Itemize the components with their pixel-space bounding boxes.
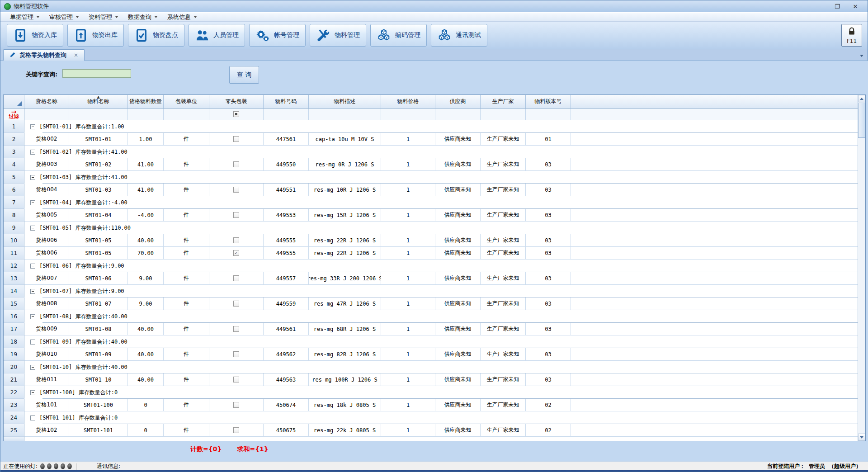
group-row[interactable]: 16[SMT01-08] 库存数量合计:40.00 (4, 310, 858, 323)
scrollbar-thumb[interactable] (858, 103, 865, 138)
filter-cell-qty[interactable] (128, 109, 164, 120)
cell-rack[interactable]: 货格102 (24, 424, 69, 437)
collapse-group-icon[interactable] (30, 365, 35, 370)
cell-rack[interactable]: 货格010 (24, 348, 69, 361)
column-header-qty[interactable]: 货格物料数量 (128, 95, 164, 108)
cell-material[interactable]: SMT01-04 (69, 209, 128, 222)
table-row[interactable]: 10货格006SMT01-0540.00件449555res-mg 22R J … (4, 234, 858, 247)
row-number[interactable]: 13 (4, 272, 24, 285)
cell-unit[interactable]: 件 (164, 373, 209, 386)
cell-unit[interactable]: 件 (164, 184, 209, 196)
cell-price[interactable]: 1 (381, 272, 435, 285)
cell-price[interactable]: 1 (381, 184, 435, 196)
cell-frac[interactable] (209, 184, 264, 196)
cell-unit[interactable]: 件 (164, 158, 209, 171)
collapse-group-icon[interactable] (30, 415, 35, 420)
cell-supplier[interactable]: 供应商未知 (435, 133, 481, 146)
cell-price[interactable]: 1 (381, 399, 435, 411)
group-row[interactable]: 20[SMT01-10] 库存数量合计:40.00 (4, 361, 858, 373)
toolbar-button-account-mgmt[interactable]: 帐号管理 (249, 24, 306, 47)
cell-maker[interactable]: 生产厂家未知 (481, 133, 526, 146)
cell-frac[interactable] (209, 373, 264, 386)
minimize-button[interactable]: — (815, 3, 823, 10)
fraction-package-checkbox[interactable] (233, 136, 239, 142)
cell-code[interactable]: 449553 (264, 209, 309, 222)
cell-price[interactable]: 1 (381, 234, 435, 247)
column-header-rack[interactable]: 货格名称 (24, 95, 69, 108)
cell-frac[interactable] (209, 158, 264, 171)
cell-qty[interactable]: 40.00 (128, 348, 164, 361)
cell-frac[interactable] (209, 234, 264, 247)
toolbar-button-stock-out[interactable]: 物资出库 (67, 24, 124, 47)
cell-version[interactable]: 03 (526, 348, 571, 361)
cell-supplier[interactable]: 供应商未知 (435, 424, 481, 437)
cell-code[interactable]: 450674 (264, 399, 309, 411)
cell-version[interactable]: 03 (526, 184, 571, 196)
cell-supplier[interactable]: 供应商未知 (435, 209, 481, 222)
cell-frac[interactable] (209, 133, 264, 146)
cell-unit[interactable]: 件 (164, 297, 209, 310)
cell-unit[interactable]: 件 (164, 247, 209, 260)
cell-supplier[interactable]: 供应商未知 (435, 272, 481, 285)
column-header-version[interactable]: 物料版本号 (526, 95, 571, 108)
menu-item-audit-mgmt[interactable]: 审核管理 (44, 12, 84, 22)
row-number[interactable]: 10 (4, 234, 24, 247)
cell-qty[interactable]: 41.00 (128, 184, 164, 196)
row-number[interactable]: 18 (4, 335, 24, 348)
cell-supplier[interactable]: 供应商未知 (435, 184, 481, 196)
fraction-package-checkbox[interactable] (233, 427, 239, 433)
menu-item-sys-info[interactable]: 系统信息 (162, 12, 202, 22)
filter-row-header[interactable]: → 过滤 (4, 109, 24, 120)
cell-rack[interactable]: 货格006 (24, 247, 69, 260)
filter-cell-code[interactable] (264, 109, 309, 120)
table-row[interactable]: 11货格006SMT01-0570.00件449555res-mg 22R J … (4, 247, 858, 260)
row-number[interactable]: 24 (4, 411, 24, 424)
filter-cell-frac[interactable] (209, 109, 264, 120)
column-header-material[interactable]: 物料名称▲ (69, 95, 128, 108)
collapse-group-icon[interactable] (30, 150, 35, 155)
cell-rack[interactable]: 货格011 (24, 373, 69, 386)
fraction-filter-checkbox[interactable] (233, 111, 239, 117)
cell-rack[interactable]: 货格003 (24, 158, 69, 171)
row-number[interactable]: 2 (4, 133, 24, 146)
cell-desc[interactable]: res-mg 18k J 0805 S (309, 399, 381, 411)
row-number[interactable]: 12 (4, 260, 24, 272)
cell-supplier[interactable]: 供应商未知 (435, 399, 481, 411)
cell-price[interactable]: 1 (381, 133, 435, 146)
cell-frac[interactable] (209, 399, 264, 411)
cell-qty[interactable]: 41.00 (128, 158, 164, 171)
cell-supplier[interactable]: 供应商未知 (435, 158, 481, 171)
fraction-package-checkbox[interactable] (233, 212, 239, 218)
cell-version[interactable]: 03 (526, 272, 571, 285)
toolbar-button-coding-mgmt[interactable]: 编码管理 (370, 24, 427, 47)
cell-desc[interactable]: res-mg 0R J 1206 S (309, 158, 381, 171)
menu-item-doc-mgmt[interactable]: 单据管理 (5, 12, 44, 22)
cell-code[interactable]: 450675 (264, 424, 309, 437)
filter-cell-unit[interactable] (164, 109, 209, 120)
cell-qty[interactable]: 40.00 (128, 373, 164, 386)
row-number[interactable]: 1 (4, 120, 24, 133)
cell-supplier[interactable]: 供应商未知 (435, 323, 481, 335)
query-button[interactable]: 查 询 (229, 66, 259, 84)
cell-qty[interactable]: 0 (128, 399, 164, 411)
cell-supplier[interactable]: 供应商未知 (435, 247, 481, 260)
row-number[interactable]: 3 (4, 146, 24, 158)
cell-maker[interactable]: 生产厂家未知 (481, 184, 526, 196)
cell-unit[interactable]: 件 (164, 234, 209, 247)
cell-version[interactable]: 03 (526, 158, 571, 171)
toolbar-button-stock-in[interactable]: 物资入库 (7, 24, 63, 47)
filter-cell-version[interactable] (526, 109, 571, 120)
select-all-corner[interactable] (4, 95, 24, 108)
cell-supplier[interactable]: 供应商未知 (435, 348, 481, 361)
cell-rack[interactable]: 货格004 (24, 184, 69, 196)
cell-unit[interactable]: 件 (164, 323, 209, 335)
table-row[interactable]: 6货格004SMT01-0341.00件449551res-mg 10R J 1… (4, 184, 858, 196)
fraction-package-checkbox[interactable] (233, 351, 239, 357)
toolbar-button-comm-test[interactable]: 通讯测试 (431, 24, 487, 47)
fraction-package-checkbox[interactable] (233, 326, 239, 332)
filter-cell-supplier[interactable] (435, 109, 481, 120)
cell-frac[interactable] (209, 424, 264, 437)
cell-maker[interactable]: 生产厂家未知 (481, 297, 526, 310)
keyword-search-input[interactable] (62, 69, 131, 78)
table-row[interactable]: 21货格011SMT01-1040.00件449563res-mg 100R J… (4, 373, 858, 386)
